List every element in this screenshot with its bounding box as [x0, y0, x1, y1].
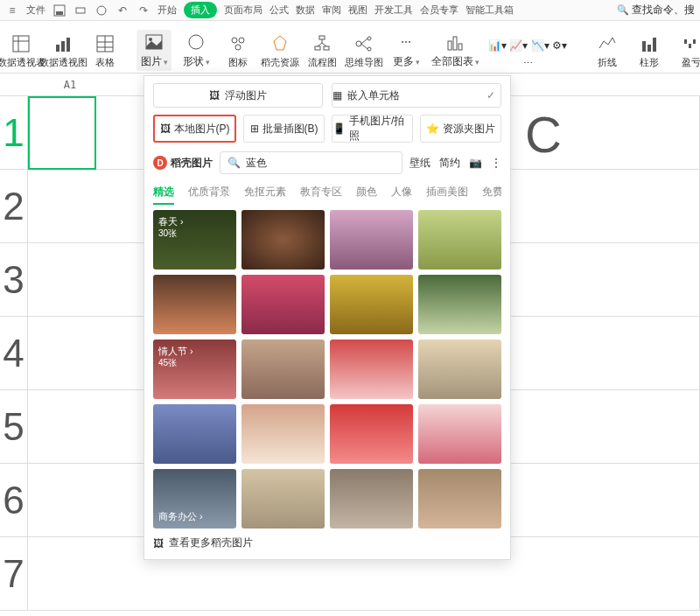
- tab-review[interactable]: 审阅: [322, 4, 341, 17]
- undo-icon[interactable]: ↶: [116, 4, 130, 18]
- table-icon: [94, 33, 116, 54]
- tab-data[interactable]: 数据: [296, 4, 315, 17]
- tag-simple[interactable]: 简约: [439, 156, 460, 171]
- thumb[interactable]: [242, 404, 325, 464]
- thumb[interactable]: [330, 469, 413, 528]
- image-button[interactable]: 图片▾: [136, 30, 172, 71]
- tag-wallpaper[interactable]: 壁纸: [410, 156, 430, 171]
- tab-floating-image[interactable]: 🖼浮动图片: [153, 83, 323, 108]
- svg-rect-32: [453, 37, 457, 50]
- thumb[interactable]: [330, 210, 413, 270]
- thumb[interactable]: [242, 275, 325, 334]
- row-header-3[interactable]: 3: [0, 243, 28, 317]
- thumb[interactable]: [330, 404, 413, 464]
- row-header-4[interactable]: 4: [0, 317, 28, 390]
- resource-folder-button[interactable]: ⭐资源夹图片: [420, 115, 501, 143]
- tab-layout[interactable]: 页面布局: [224, 4, 262, 17]
- thumb-valentine-album[interactable]: 情人节 ›45张: [153, 340, 236, 399]
- phone-image-button[interactable]: 📱手机图片/拍照: [332, 115, 413, 143]
- more-icon: ⋯: [396, 32, 416, 52]
- save-icon[interactable]: [52, 4, 66, 18]
- preview-icon[interactable]: [94, 4, 108, 18]
- thumb[interactable]: [418, 404, 501, 464]
- tab-formula[interactable]: 公式: [270, 4, 289, 17]
- thumb[interactable]: [242, 340, 325, 399]
- sparkline-bar-icon: [639, 33, 660, 54]
- flowchart-icon: [312, 33, 332, 54]
- svg-rect-7: [56, 45, 60, 52]
- thumb-spring-album[interactable]: 春天 ›30张: [153, 210, 236, 270]
- thumb[interactable]: [418, 469, 501, 528]
- row-header-7[interactable]: 7: [0, 537, 28, 611]
- name-box[interactable]: A1: [0, 79, 140, 91]
- cell-a1[interactable]: [28, 96, 96, 170]
- tab-start[interactable]: 开始: [158, 4, 177, 17]
- cat-color[interactable]: 颜色: [356, 181, 377, 205]
- thumb[interactable]: [242, 210, 325, 270]
- tab-insert[interactable]: 插入: [184, 2, 217, 18]
- tab-view[interactable]: 视图: [348, 4, 368, 17]
- svg-line-24: [318, 43, 322, 46]
- cat-featured[interactable]: 精选: [153, 181, 174, 205]
- column-header-c[interactable]: C: [525, 105, 562, 164]
- svg-rect-21: [315, 46, 320, 50]
- print-icon[interactable]: [74, 4, 88, 18]
- redo-icon[interactable]: ↷: [136, 4, 150, 18]
- search-commands[interactable]: 🔍 查找命令、搜: [617, 3, 695, 18]
- cat-education[interactable]: 教育专区: [300, 181, 342, 205]
- thumb[interactable]: [242, 469, 325, 528]
- pivot-chart-button[interactable]: 数据透视图: [46, 32, 80, 71]
- mindmap-icon: [354, 33, 374, 54]
- cat-quality-bg[interactable]: 优质背景: [188, 181, 230, 205]
- thumb[interactable]: [153, 404, 236, 464]
- shape-button[interactable]: 形状▾: [178, 30, 214, 71]
- row-header-6[interactable]: 6: [0, 464, 28, 537]
- cat-people[interactable]: 人像: [391, 181, 412, 205]
- image-search-input[interactable]: 🔍蓝色: [220, 151, 402, 174]
- menu-icon[interactable]: ≡: [5, 4, 19, 18]
- sparkline-line-button[interactable]: 折线: [590, 32, 625, 71]
- sparkline-winloss-button[interactable]: 盈亏: [674, 32, 700, 71]
- camera-icon[interactable]: 📷: [469, 157, 482, 169]
- thumb[interactable]: [330, 275, 413, 334]
- tab-member[interactable]: 会员专享: [420, 4, 458, 17]
- icon-button[interactable]: 图标: [220, 32, 256, 71]
- row-header-1[interactable]: 1: [0, 96, 28, 170]
- tab-toolbox[interactable]: 智能工具箱: [466, 4, 514, 17]
- chart-variants[interactable]: 📊▾ 📈▾ 📉▾ ⚙▾⋯: [480, 33, 576, 71]
- more-button[interactable]: ⋯更多▾: [388, 30, 424, 71]
- folder-icon: ⭐: [426, 122, 439, 135]
- cat-cutout[interactable]: 免抠元素: [244, 181, 286, 205]
- mindmap-button[interactable]: 思维导图: [346, 32, 382, 71]
- pivot-table-button[interactable]: 数据透视表: [4, 32, 38, 71]
- cat-illustration[interactable]: 插画美图: [426, 181, 468, 205]
- docer-button[interactable]: 稻壳资源: [262, 32, 298, 71]
- file-menu[interactable]: 文件: [26, 4, 46, 17]
- docer-icon: [270, 33, 290, 54]
- svg-rect-34: [642, 41, 646, 52]
- thumb[interactable]: [418, 210, 501, 270]
- svg-rect-38: [689, 44, 691, 48]
- thumb[interactable]: [418, 340, 501, 399]
- svg-line-30: [361, 44, 368, 49]
- flowchart-button[interactable]: 流程图: [304, 32, 340, 71]
- view-more-link[interactable]: 🖼查看更多稻壳图片: [153, 536, 501, 550]
- category-tabs: 精选 优质背景 免抠元素 教育专区 颜色 人像 插画美图 免费: [153, 181, 501, 205]
- thumb-business-album[interactable]: 商务办公 ›: [153, 469, 236, 528]
- row-header-5[interactable]: 5: [0, 390, 28, 464]
- thumb[interactable]: [153, 275, 236, 334]
- sparkline-bar-button[interactable]: 柱形: [632, 32, 667, 71]
- tab-embed-cell[interactable]: ▦嵌入单元格✓: [332, 83, 501, 108]
- svg-rect-36: [653, 38, 656, 52]
- tab-dev[interactable]: 开发工具: [374, 4, 413, 17]
- more-dots-icon[interactable]: ⋮: [491, 157, 501, 169]
- row-header-2[interactable]: 2: [0, 170, 28, 243]
- svg-rect-20: [319, 36, 325, 39]
- batch-image-button[interactable]: ⊞批量插图(B): [243, 115, 325, 143]
- local-image-button[interactable]: 🖼本地图片(P): [153, 115, 236, 143]
- thumb[interactable]: [418, 275, 501, 334]
- cat-free[interactable]: 免费: [482, 181, 501, 205]
- thumb[interactable]: [330, 340, 413, 399]
- allchart-button[interactable]: 全部图表▾: [438, 30, 472, 71]
- table-button[interactable]: 表格: [88, 32, 122, 71]
